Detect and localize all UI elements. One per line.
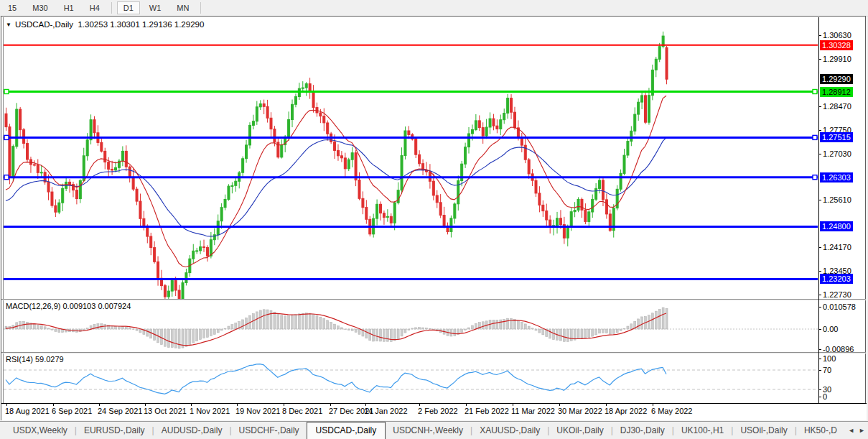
axis-tick-mark — [818, 349, 821, 350]
axis-tick-mark — [818, 59, 821, 60]
date-label: 30 Mar 2022 — [558, 407, 602, 415]
date-tick-mark — [653, 404, 653, 406]
chart-tab-bar: USDX,Weekly|EURUSD-,Daily|AUDUSD-,Daily|… — [0, 421, 868, 439]
chart-ohlc-values: 1.30253 1.30301 1.29136 1.29290 — [78, 20, 204, 29]
axis-tick-mark — [818, 389, 821, 390]
price-tick-label: 1.22730 — [823, 290, 851, 300]
date-tick-mark — [237, 404, 238, 406]
price-tick-label: 1.27030 — [823, 149, 851, 159]
hline-price-label: 1.27515 — [820, 132, 853, 142]
price-tick-label: 1.29910 — [823, 54, 851, 64]
date-tick-mark — [284, 404, 284, 406]
timeframe-d1[interactable]: D1 — [117, 1, 140, 14]
date-label: 1 Nov 2021 — [190, 407, 230, 415]
timeframe-mn[interactable]: MN — [170, 1, 195, 14]
tab-ukoil-daily[interactable]: UKOil-,Daily — [549, 422, 610, 438]
tab-dj30-daily[interactable]: DJ30-,Daily — [613, 422, 672, 438]
tab-usdcnh-weekly[interactable]: USDCNH-,Weekly — [386, 422, 470, 438]
rsi-axis-label: 70 — [823, 365, 831, 375]
axis-tick-mark — [818, 200, 821, 200]
date-tick-mark — [330, 404, 331, 406]
price-tick-label: 1.28470 — [823, 101, 851, 111]
axis-tick-mark — [818, 370, 821, 371]
chart-dropdown-icon[interactable]: ▼ — [6, 22, 11, 28]
axis-tick-mark — [818, 35, 821, 36]
timeframe-toolbar: 15M30H1H4D1W1MN — [0, 0, 868, 17]
date-label: 21 Feb 2022 — [465, 407, 509, 415]
date-tick-mark — [365, 404, 366, 406]
date-tick-mark — [419, 404, 420, 406]
macd-axis-label: 0.00 — [823, 324, 838, 334]
date-tick-mark — [559, 404, 560, 406]
timeframe-h4[interactable]: H4 — [83, 1, 106, 14]
date-tick-mark — [99, 404, 100, 406]
macd-label: MACD(12,26,9) 0.009103 0.007924 — [6, 302, 131, 310]
date-tick-mark — [191, 404, 192, 406]
tab-usdcad-daily[interactable]: USDCAD-,Daily — [307, 422, 386, 439]
tab-hk50-d[interactable]: HK50-,D — [797, 422, 844, 438]
hline-price-label: 1.28912 — [820, 87, 853, 97]
date-label: 6 May 2022 — [651, 407, 692, 415]
date-tick-mark — [606, 404, 607, 406]
date-label: 18 Aug 2021 — [5, 407, 50, 415]
tab-eurusd-daily[interactable]: EURUSD-,Daily — [77, 422, 152, 438]
tab-uk100-h1[interactable]: UK100-,H1 — [674, 422, 731, 438]
date-label: 24 Sep 2021 — [98, 407, 142, 415]
date-label: 2 Feb 2022 — [418, 407, 458, 415]
date-tick-mark — [513, 404, 513, 406]
date-label: 19 Nov 2021 — [235, 407, 280, 415]
date-label: 6 Sep 2021 — [52, 407, 92, 415]
chart-title: ▼USDCAD-,Daily 1.30253 1.30301 1.29136 1… — [6, 20, 204, 29]
tab-audusd-daily[interactable]: AUDUSD-,Daily — [154, 422, 230, 438]
hline-price-label: 1.23203 — [820, 274, 853, 284]
timeframe-m30[interactable]: M30 — [26, 1, 54, 14]
tab-scroll-buttons: ◄ ► — [845, 427, 865, 434]
macd-axis-label: -0.00896 — [823, 344, 854, 354]
current-price-label: 1.29290 — [820, 74, 853, 84]
axis-tick-mark — [818, 329, 821, 330]
timeframe-15[interactable]: 15 — [1, 1, 23, 14]
chart-symbol-label: USDCAD-,Daily — [15, 20, 73, 29]
hline-price-label: 1.24800 — [820, 221, 853, 231]
macd-axis-label: 0.010578 — [823, 302, 856, 312]
timeframe-h1[interactable]: H1 — [57, 1, 80, 14]
rsi-label: RSI(14) 59.0279 — [6, 355, 64, 364]
date-tick-mark — [145, 404, 146, 406]
tab-usdx-weekly[interactable]: USDX,Weekly — [6, 422, 75, 438]
macd-histogram — [5, 308, 668, 348]
axis-tick-mark — [818, 307, 821, 308]
date-label: 14 Jan 2022 — [364, 407, 408, 415]
rsi-indicator-pane[interactable] — [4, 353, 818, 403]
ma-fast-line — [6, 96, 666, 267]
axis-tick-mark — [818, 154, 821, 154]
axis-tick-mark — [818, 397, 821, 397]
tab-usoil-daily[interactable]: USOil-,Daily — [733, 422, 794, 438]
axis-tick-mark — [818, 106, 821, 107]
axis-tick-mark — [818, 295, 821, 295]
axis-tick-mark — [818, 130, 821, 131]
timeframe-w1[interactable]: W1 — [143, 1, 168, 14]
trading-terminal: 15M30H1H4D1W1MN 1.306301.299101.284701.2… — [0, 0, 868, 439]
main-price-chart[interactable] — [4, 17, 818, 299]
hline-price-label: 1.26303 — [820, 172, 853, 182]
tab-scroll-left-icon[interactable]: ◄ — [848, 427, 854, 434]
price-tick-label: 1.24170 — [823, 242, 851, 252]
tab-usdchf-daily[interactable]: USDCHF-,Daily — [232, 422, 307, 438]
date-label: 8 Dec 2021 — [282, 407, 322, 415]
axis-tick-mark — [818, 271, 821, 272]
axis-tick-mark — [818, 247, 821, 248]
date-label: 13 Oct 2021 — [144, 407, 187, 415]
date-axis[interactable]: 18 Aug 20216 Sep 202124 Sep 202113 Oct 2… — [1, 404, 867, 420]
tab-xauusd-daily[interactable]: XAUUSD-,Daily — [472, 422, 547, 438]
axis-tick-mark — [818, 359, 821, 359]
hline-price-label: 1.30328 — [820, 40, 853, 50]
price-axis[interactable]: 1.306301.299101.284701.277501.270301.256… — [818, 17, 867, 403]
date-label: 11 Mar 2022 — [511, 407, 555, 415]
candlestick-series — [5, 32, 668, 299]
price-tick-label: 1.25610 — [823, 195, 851, 205]
tab-scroll-right-icon[interactable]: ► — [859, 427, 865, 434]
date-label: 18 Apr 2022 — [605, 407, 647, 415]
date-tick-mark — [53, 404, 54, 406]
date-tick-mark — [6, 404, 7, 406]
toolbar-separator — [200, 2, 201, 14]
